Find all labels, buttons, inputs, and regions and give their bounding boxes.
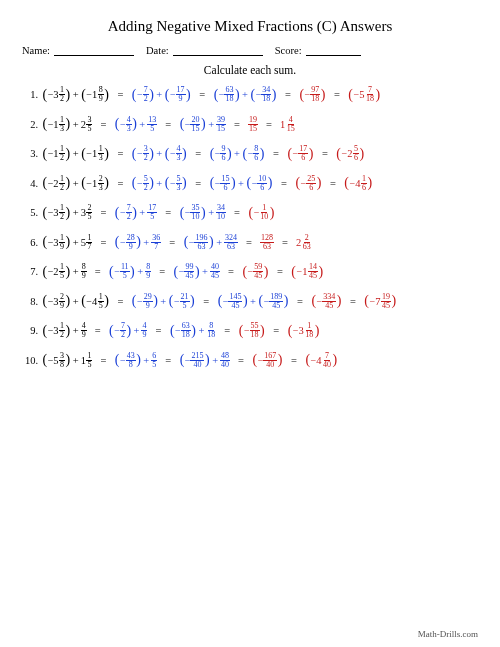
equals-sign: =	[291, 355, 297, 366]
expression-step: (−319)+517	[42, 234, 92, 251]
problem-row: 4.(−212)+(−123)=(−52)+(−53)=(−156)+(−106…	[22, 175, 478, 192]
expression-step: (−72)+175	[114, 204, 157, 221]
name-line	[54, 45, 134, 56]
expression-step: (−5945)	[242, 263, 269, 280]
equals-sign: =	[266, 119, 272, 130]
problem-row: 10.(−538)+115=(−438)+65=(−21540)+4840=(−…	[22, 352, 478, 369]
problem-row: 5.(−312)+325=(−72)+175=(−3510)+3410=(−11…	[22, 204, 478, 221]
equals-sign: =	[95, 266, 101, 277]
score-field: Score:	[275, 45, 361, 56]
problem-list: 1.(−312)+(−189)=(−72)+(−179)=(−6318)+(−3…	[22, 86, 478, 369]
equals-sign: =	[203, 296, 209, 307]
problem-row: 6.(−319)+517=(−289)+367=(−19663)+32463=1…	[22, 234, 478, 251]
problem-row: 8.(−329)+(−415)=(−299)+(−215)=(−14545)+(…	[22, 293, 478, 310]
score-label: Score:	[275, 45, 302, 56]
equals-sign: =	[277, 266, 283, 277]
expression-step: (−33445)	[311, 293, 342, 310]
expression-step: (−32)+(−43)	[131, 145, 187, 162]
expression-step: (−72)+(−179)	[131, 86, 191, 103]
expression-step: (−110)	[248, 204, 275, 221]
problem-row: 2.(−113)+235=(−43)+135=(−2015)+3915=1915…	[22, 116, 478, 133]
name-label: Name:	[22, 45, 50, 56]
equals-sign: =	[159, 266, 165, 277]
expression-step: (−9945)+4045	[173, 263, 220, 280]
expression-step: (−43)+135	[114, 116, 157, 133]
expression-step: (−312)+49	[42, 322, 87, 339]
problem-number: 3.	[22, 148, 38, 159]
expression-step: (−256)	[336, 145, 365, 162]
equals-sign: =	[234, 119, 240, 130]
equals-sign: =	[228, 266, 234, 277]
equals-sign: =	[100, 207, 106, 218]
expression-step: (−212)+(−123)	[42, 175, 109, 192]
equals-sign: =	[281, 178, 287, 189]
expression-step: (−6318)+(−3418)	[213, 86, 277, 103]
equals-sign: =	[100, 119, 106, 130]
equals-sign: =	[199, 89, 205, 100]
equals-sign: =	[273, 148, 279, 159]
expression-step: (−156)+(−106)	[209, 175, 273, 192]
expression-step: (−11445)	[291, 263, 324, 280]
equals-sign: =	[95, 325, 101, 336]
instruction: Calculate each sum.	[22, 64, 478, 76]
problem-row: 1.(−312)+(−189)=(−72)+(−179)=(−6318)+(−3…	[22, 86, 478, 103]
date-line	[173, 45, 263, 56]
equals-sign: =	[169, 237, 175, 248]
expression-step: (−19663)+32463	[183, 234, 238, 251]
equals-sign: =	[238, 355, 244, 366]
equals-sign: =	[165, 207, 171, 218]
problem-row: 7.(−215)+89=(−115)+89=(−9945)+4045=(−594…	[22, 263, 478, 280]
expression-step: (−312)+(−189)	[42, 86, 109, 103]
problem-row: 3.(−112)+(−113)=(−32)+(−43)=(−96)+(−86)=…	[22, 145, 478, 162]
footer-credit: Math-Drills.com	[418, 629, 478, 639]
equals-sign: =	[195, 148, 201, 159]
expression-step: (−256)	[295, 175, 322, 192]
expression-step: (−2015)+3915	[179, 116, 226, 133]
expression-step: (−16740)	[252, 352, 283, 369]
expression-step: (−72)+49	[109, 322, 148, 339]
equals-sign: =	[100, 355, 106, 366]
expression-step: (−96)+(−86)	[209, 145, 265, 162]
expression-step: (−3118)	[287, 322, 320, 339]
equals-sign: =	[195, 178, 201, 189]
equals-sign: =	[117, 148, 123, 159]
equals-sign: =	[117, 178, 123, 189]
page-title: Adding Negative Mixed Fractions (C) Answ…	[22, 18, 478, 35]
equals-sign: =	[322, 148, 328, 159]
expression-step: (−14545)+(−18945)	[217, 293, 289, 310]
expression-step: (−329)+(−415)	[42, 293, 109, 310]
equals-sign: =	[117, 89, 123, 100]
equals-sign: =	[282, 237, 288, 248]
expression-step: 2263	[296, 234, 312, 251]
equals-sign: =	[273, 325, 279, 336]
problem-number: 8.	[22, 296, 38, 307]
date-field: Date:	[146, 45, 263, 56]
problem-number: 1.	[22, 89, 38, 100]
expression-step: (−416)	[344, 175, 373, 192]
expression-step: (−113)+235	[42, 116, 92, 133]
expression-step: 1915	[248, 116, 258, 133]
equals-sign: =	[246, 237, 252, 248]
expression-step: (−5718)	[348, 86, 381, 103]
equals-sign: =	[117, 296, 123, 307]
equals-sign: =	[330, 178, 336, 189]
equals-sign: =	[350, 296, 356, 307]
equals-sign: =	[155, 325, 161, 336]
problem-number: 6.	[22, 237, 38, 248]
score-line	[306, 45, 361, 56]
meta-row: Name: Date: Score:	[22, 45, 478, 56]
problem-number: 9.	[22, 325, 38, 336]
expression-step: (−4740)	[305, 352, 338, 369]
expression-step: (−3510)+3410	[179, 204, 226, 221]
equals-sign: =	[234, 207, 240, 218]
expression-step: 12863	[260, 234, 274, 251]
expression-step: (−71945)	[364, 293, 397, 310]
problem-row: 9.(−312)+49=(−72)+49=(−6318)+818=(−5518)…	[22, 322, 478, 339]
expression-step: (−176)	[287, 145, 314, 162]
expression-step: (−538)+115	[42, 352, 92, 369]
expression-step: (−115)+89	[109, 263, 152, 280]
problem-number: 2.	[22, 119, 38, 130]
date-label: Date:	[146, 45, 169, 56]
expression-step: 1415	[280, 116, 296, 133]
equals-sign: =	[165, 119, 171, 130]
